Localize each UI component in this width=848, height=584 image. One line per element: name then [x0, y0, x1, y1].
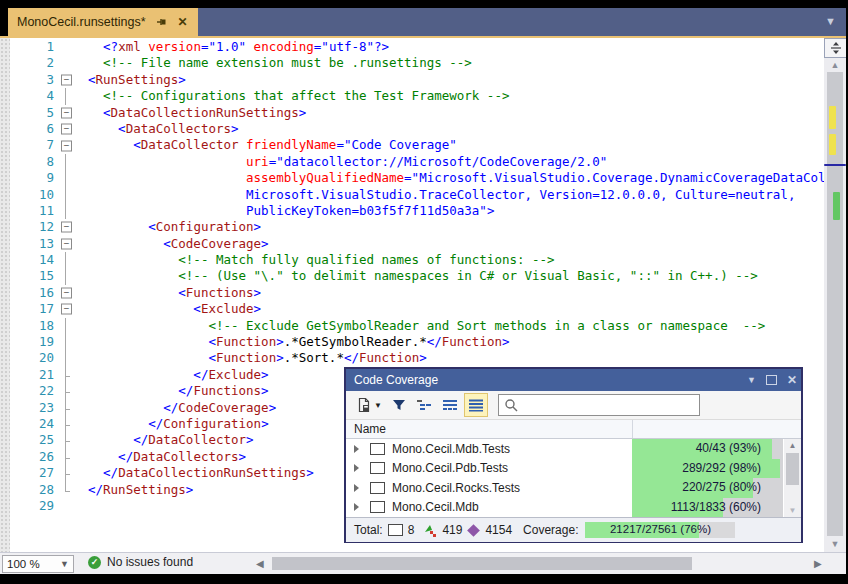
fold-region[interactable]: – [54, 236, 78, 252]
line-number: 11 [0, 203, 54, 219]
window-position-chevron-icon[interactable]: ▼ [747, 375, 756, 385]
code-line-6[interactable]: 6– <DataCollectors> [0, 121, 824, 137]
panel-close-icon[interactable]: ✕ [787, 373, 797, 387]
editor-vertical-scrollbar[interactable]: ▲ ▼ [824, 38, 846, 552]
grid-header[interactable]: Name [346, 420, 801, 439]
code-line-12[interactable]: 12– <Configuration> [0, 219, 824, 235]
code-text: <Exclude> [78, 301, 261, 317]
expand-arrow-icon[interactable] [354, 464, 359, 472]
code-text: <Functions> [78, 285, 261, 301]
code-line-17[interactable]: 17– <Exclude> [0, 301, 824, 317]
code-line-4[interactable]: 4 <!-- Configurations that affect the Te… [0, 88, 824, 104]
collapse-box-icon[interactable]: – [61, 222, 72, 233]
fold-region[interactable]: – [54, 105, 78, 121]
line-number: 26 [0, 449, 54, 465]
document-health-indicator[interactable]: ✓ No issues found [88, 555, 193, 569]
fold-region[interactable]: – [54, 301, 78, 317]
zoom-select[interactable]: 100 % ▼ [2, 555, 74, 573]
code-text: <!-- File name extension must be .runset… [78, 55, 472, 71]
hscroll-left-arrow-icon[interactable]: ◀ [256, 558, 264, 569]
scroll-up-arrow-icon[interactable]: ▲ [824, 60, 846, 70]
panel-title: Code Coverage [354, 373, 438, 387]
code-line-2[interactable]: 2 <!-- File name extension must be .runs… [0, 55, 824, 71]
group-by-button[interactable] [412, 393, 436, 417]
code-line-5[interactable]: 5– <DataCollectionRunSettings> [0, 105, 824, 121]
expand-arrow-icon[interactable] [354, 484, 359, 492]
panel-scroll-up-icon[interactable]: ▲ [784, 441, 801, 450]
coverage-row[interactable]: Mono.Cecil.Mdb1113/1833 (60%) [346, 498, 801, 518]
code-line-9[interactable]: 9 assemblyQualifiedName="Microsoft.Visua… [0, 170, 824, 186]
line-number: 21 [0, 367, 54, 383]
coverage-row[interactable]: Mono.Cecil.Mdb.Tests40/43 (93%) [346, 439, 801, 459]
maximize-icon[interactable] [766, 375, 777, 385]
document-tab[interactable]: MonoCecil.runsettings* ✕ [8, 8, 198, 36]
members-count: 4154 [485, 523, 512, 537]
scroll-down-arrow-icon[interactable]: ▼ [824, 539, 846, 549]
view-dashes-button[interactable] [438, 393, 462, 417]
tab-strip: MonoCecil.runsettings* ✕ ▼ [8, 8, 846, 36]
editor-split-handle[interactable] [824, 38, 846, 58]
code-coverage-panel: Code Coverage ▼ ✕ ▼ [344, 367, 803, 543]
fold-region[interactable]: – [54, 121, 78, 137]
document-list-chevron-icon[interactable]: ▼ [825, 15, 836, 27]
assembly-name: Mono.Cecil.Rocks.Tests [392, 481, 520, 495]
fold-column [54, 88, 78, 104]
code-line-1[interactable]: 1 <?xml version="1.0" encoding="utf-8"?> [0, 39, 824, 55]
tab-close-icon[interactable]: ✕ [178, 16, 188, 28]
hscroll-right-arrow-icon[interactable]: ▶ [814, 558, 822, 569]
search-input[interactable] [523, 396, 697, 414]
collapse-box-icon[interactable]: – [61, 304, 72, 315]
collapse-box-icon[interactable]: – [61, 74, 72, 85]
panel-scroll-down-icon[interactable]: ▼ [784, 506, 801, 515]
collapse-box-icon[interactable]: – [61, 140, 72, 151]
fold-region[interactable]: – [54, 219, 78, 235]
line-number: 28 [0, 482, 54, 498]
collapse-box-icon[interactable]: – [61, 124, 72, 135]
code-line-14[interactable]: 14 <!-- Match fully qualified names of f… [0, 252, 824, 268]
coverage-cell: 220/275 (80%) [632, 478, 783, 498]
collapse-box-icon[interactable]: – [61, 107, 72, 118]
fold-region[interactable]: – [54, 285, 78, 301]
code-line-19[interactable]: 19 <Function>.*GetSymbolReader.*</Functi… [0, 334, 824, 350]
code-line-3[interactable]: 3–<RunSettings> [0, 72, 824, 88]
code-line-7[interactable]: 7– <DataCollector friendlyName="Code Cov… [0, 137, 824, 153]
fold-column [54, 203, 78, 219]
expand-arrow-icon[interactable] [354, 503, 359, 511]
line-number: 18 [0, 318, 54, 334]
code-line-13[interactable]: 13– <CodeCoverage> [0, 236, 824, 252]
fold-region[interactable]: – [54, 72, 78, 88]
code-line-16[interactable]: 16– <Functions> [0, 285, 824, 301]
code-line-8[interactable]: 8 uri="datacollector://Microsoft/CodeCov… [0, 154, 824, 170]
coverage-row[interactable]: Mono.Cecil.Rocks.Tests220/275 (80%) [346, 478, 801, 498]
coverage-row[interactable]: Mono.Cecil.Pdb.Tests289/292 (98%) [346, 459, 801, 479]
code-text: <Function>.*Sort.*</Function> [78, 350, 427, 366]
expand-arrow-icon[interactable] [354, 445, 359, 453]
view-list-button[interactable] [464, 393, 488, 417]
name-column-header: Name [354, 422, 386, 436]
code-line-11[interactable]: 11 PublicKeyToken=b03f5f7f11d50a3a"> [0, 203, 824, 219]
panel-scroll-thumb[interactable] [786, 453, 799, 485]
code-line-20[interactable]: 20 <Function>.*Sort.*</Function> [0, 350, 824, 366]
hscroll-thumb[interactable] [272, 557, 692, 570]
code-text: <?xml version="1.0" encoding="utf-8"?> [78, 39, 389, 55]
fold-region[interactable]: – [54, 137, 78, 153]
code-line-10[interactable]: 10 Microsoft.VisualStudio.TraceCollector… [0, 187, 824, 203]
line-number: 24 [0, 416, 54, 432]
code-text: </DataCollectionRunSettings> [78, 465, 314, 481]
collapse-box-icon[interactable]: – [61, 288, 72, 299]
filter-button[interactable] [388, 393, 410, 417]
collapse-box-icon[interactable]: – [61, 238, 72, 249]
line-number: 2 [0, 55, 54, 71]
line-number: 5 [0, 105, 54, 121]
horizontal-scrollbar[interactable] [270, 555, 810, 572]
line-number: 22 [0, 383, 54, 399]
code-line-18[interactable]: 18 <!-- Exclude GetSymbolReader and Sort… [0, 318, 824, 334]
code-text: <Function>.*GetSymbolReader.*</Function> [78, 334, 510, 350]
import-export-results-button[interactable]: ▼ [352, 393, 386, 417]
code-text: </Exclude> [78, 367, 269, 383]
panel-title-bar[interactable]: Code Coverage ▼ ✕ [346, 369, 801, 391]
line-number: 14 [0, 252, 54, 268]
pin-icon[interactable] [156, 16, 168, 28]
code-line-15[interactable]: 15 <!-- (Use "\." to delimit namespaces … [0, 268, 824, 284]
panel-scrollbar[interactable]: ▲ ▼ [784, 439, 801, 517]
